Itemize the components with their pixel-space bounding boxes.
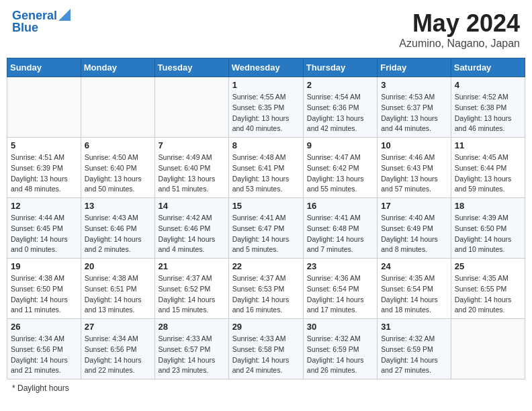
day-number: 12 (11, 201, 77, 211)
col-saturday: Saturday (451, 58, 525, 77)
day-number: 16 (307, 201, 373, 211)
calendar-week-2: 5Sunrise: 4:51 AMSunset: 6:39 PMDaylight… (7, 138, 525, 198)
calendar-cell: 28Sunrise: 4:33 AMSunset: 6:57 PMDayligh… (154, 319, 228, 379)
logo: General Blue (12, 9, 71, 35)
calendar-header-row: Sunday Monday Tuesday Wednesday Thursday… (7, 58, 525, 77)
calendar-cell: 26Sunrise: 4:34 AMSunset: 6:56 PMDayligh… (7, 319, 81, 379)
calendar-cell (7, 77, 81, 138)
col-tuesday: Tuesday (154, 58, 228, 77)
day-number: 19 (11, 261, 77, 271)
day-info: Sunrise: 4:39 AMSunset: 6:50 PMDaylight:… (455, 213, 521, 255)
day-number: 6 (85, 140, 151, 150)
day-number: 28 (159, 322, 225, 332)
day-info: Sunrise: 4:41 AMSunset: 6:47 PMDaylight:… (232, 213, 300, 255)
day-info: Sunrise: 4:33 AMSunset: 6:58 PMDaylight:… (232, 334, 300, 376)
day-info: Sunrise: 4:35 AMSunset: 6:55 PMDaylight:… (455, 273, 521, 316)
day-info: Sunrise: 4:36 AMSunset: 6:54 PMDaylight:… (307, 273, 373, 316)
logo-blue: Blue (12, 21, 38, 35)
day-info: Sunrise: 4:48 AMSunset: 6:41 PMDaylight:… (232, 152, 300, 195)
calendar-cell: 24Sunrise: 4:35 AMSunset: 6:54 PMDayligh… (378, 259, 451, 319)
calendar-week-4: 19Sunrise: 4:38 AMSunset: 6:50 PMDayligh… (7, 259, 525, 319)
day-info: Sunrise: 4:33 AMSunset: 6:57 PMDaylight:… (159, 334, 225, 376)
calendar-table: Sunday Monday Tuesday Wednesday Thursday… (7, 58, 525, 379)
calendar-cell: 8Sunrise: 4:48 AMSunset: 6:41 PMDaylight… (228, 138, 303, 198)
day-number: 29 (232, 322, 300, 332)
calendar-cell: 17Sunrise: 4:40 AMSunset: 6:49 PMDayligh… (378, 198, 451, 259)
day-info: Sunrise: 4:40 AMSunset: 6:49 PMDaylight:… (381, 213, 447, 255)
calendar-cell: 22Sunrise: 4:37 AMSunset: 6:53 PMDayligh… (228, 259, 303, 319)
day-info: Sunrise: 4:32 AMSunset: 6:59 PMDaylight:… (307, 334, 373, 376)
calendar-cell (451, 319, 525, 379)
day-number: 20 (85, 261, 151, 271)
calendar-cell: 25Sunrise: 4:35 AMSunset: 6:55 PMDayligh… (451, 259, 525, 319)
day-number: 11 (455, 140, 521, 150)
daylight-label: Daylight hours (17, 383, 69, 393)
day-info: Sunrise: 4:41 AMSunset: 6:48 PMDaylight:… (307, 213, 373, 255)
day-number: 8 (232, 140, 300, 150)
day-number: 23 (307, 261, 373, 271)
calendar-cell: 5Sunrise: 4:51 AMSunset: 6:39 PMDaylight… (7, 138, 81, 198)
col-sunday: Sunday (7, 58, 81, 77)
day-number: 26 (11, 322, 77, 332)
day-number: 9 (307, 140, 373, 150)
month-year: May 2024 (399, 9, 520, 38)
day-info: Sunrise: 4:46 AMSunset: 6:43 PMDaylight:… (381, 152, 447, 195)
col-friday: Friday (378, 58, 451, 77)
col-thursday: Thursday (303, 58, 377, 77)
day-number: 22 (232, 261, 300, 271)
day-number: 25 (455, 261, 521, 271)
day-number: 2 (307, 80, 373, 90)
calendar-cell: 23Sunrise: 4:36 AMSunset: 6:54 PMDayligh… (303, 259, 377, 319)
day-number: 21 (159, 261, 225, 271)
calendar-cell: 13Sunrise: 4:43 AMSunset: 6:46 PMDayligh… (81, 198, 154, 259)
calendar-cell: 29Sunrise: 4:33 AMSunset: 6:58 PMDayligh… (228, 319, 303, 379)
calendar-cell: 14Sunrise: 4:42 AMSunset: 6:46 PMDayligh… (154, 198, 228, 259)
day-number: 7 (159, 140, 225, 150)
day-info: Sunrise: 4:42 AMSunset: 6:46 PMDaylight:… (159, 213, 225, 255)
calendar-cell: 18Sunrise: 4:39 AMSunset: 6:50 PMDayligh… (451, 198, 525, 259)
calendar-week-5: 26Sunrise: 4:34 AMSunset: 6:56 PMDayligh… (7, 319, 525, 379)
day-info: Sunrise: 4:50 AMSunset: 6:40 PMDaylight:… (85, 152, 151, 195)
day-info: Sunrise: 4:55 AMSunset: 6:35 PMDaylight:… (232, 92, 300, 134)
day-info: Sunrise: 4:51 AMSunset: 6:39 PMDaylight:… (11, 152, 77, 195)
col-monday: Monday (81, 58, 154, 77)
footer-note: * Daylight hours (7, 383, 525, 393)
calendar-cell: 9Sunrise: 4:47 AMSunset: 6:42 PMDaylight… (303, 138, 377, 198)
calendar-cell: 4Sunrise: 4:52 AMSunset: 6:38 PMDaylight… (451, 77, 525, 138)
calendar-cell: 11Sunrise: 4:45 AMSunset: 6:44 PMDayligh… (451, 138, 525, 198)
day-info: Sunrise: 4:37 AMSunset: 6:53 PMDaylight:… (232, 273, 300, 316)
calendar-cell: 19Sunrise: 4:38 AMSunset: 6:50 PMDayligh… (7, 259, 81, 319)
day-info: Sunrise: 4:35 AMSunset: 6:54 PMDaylight:… (381, 273, 447, 316)
day-info: Sunrise: 4:43 AMSunset: 6:46 PMDaylight:… (85, 213, 151, 255)
calendar-cell: 2Sunrise: 4:54 AMSunset: 6:36 PMDaylight… (303, 77, 377, 138)
calendar-cell: 27Sunrise: 4:34 AMSunset: 6:56 PMDayligh… (81, 319, 154, 379)
day-number: 1 (232, 80, 300, 90)
day-number: 10 (381, 140, 447, 150)
day-number: 31 (381, 322, 447, 332)
calendar-cell: 7Sunrise: 4:49 AMSunset: 6:40 PMDaylight… (154, 138, 228, 198)
day-info: Sunrise: 4:32 AMSunset: 6:59 PMDaylight:… (381, 334, 447, 376)
svg-marker-0 (58, 9, 71, 21)
logo-icon (58, 9, 71, 21)
calendar-cell: 1Sunrise: 4:55 AMSunset: 6:35 PMDaylight… (228, 77, 303, 138)
day-info: Sunrise: 4:44 AMSunset: 6:45 PMDaylight:… (11, 213, 77, 255)
day-number: 18 (455, 201, 521, 211)
calendar-cell (81, 77, 154, 138)
title-block: May 2024 Azumino, Nagano, Japan (399, 9, 520, 50)
calendar-cell: 12Sunrise: 4:44 AMSunset: 6:45 PMDayligh… (7, 198, 81, 259)
day-number: 13 (85, 201, 151, 211)
day-info: Sunrise: 4:47 AMSunset: 6:42 PMDaylight:… (307, 152, 373, 195)
calendar-cell (154, 77, 228, 138)
day-info: Sunrise: 4:34 AMSunset: 6:56 PMDaylight:… (85, 334, 151, 376)
day-number: 24 (381, 261, 447, 271)
col-wednesday: Wednesday (228, 58, 303, 77)
calendar-cell: 15Sunrise: 4:41 AMSunset: 6:47 PMDayligh… (228, 198, 303, 259)
day-number: 17 (381, 201, 447, 211)
page-header: General Blue May 2024 Azumino, Nagano, J… (7, 7, 525, 52)
calendar-cell: 21Sunrise: 4:37 AMSunset: 6:52 PMDayligh… (154, 259, 228, 319)
day-info: Sunrise: 4:37 AMSunset: 6:52 PMDaylight:… (159, 273, 225, 316)
calendar-cell: 3Sunrise: 4:53 AMSunset: 6:37 PMDaylight… (378, 77, 451, 138)
day-info: Sunrise: 4:38 AMSunset: 6:51 PMDaylight:… (85, 273, 151, 316)
day-info: Sunrise: 4:45 AMSunset: 6:44 PMDaylight:… (455, 152, 521, 195)
calendar-cell: 16Sunrise: 4:41 AMSunset: 6:48 PMDayligh… (303, 198, 377, 259)
